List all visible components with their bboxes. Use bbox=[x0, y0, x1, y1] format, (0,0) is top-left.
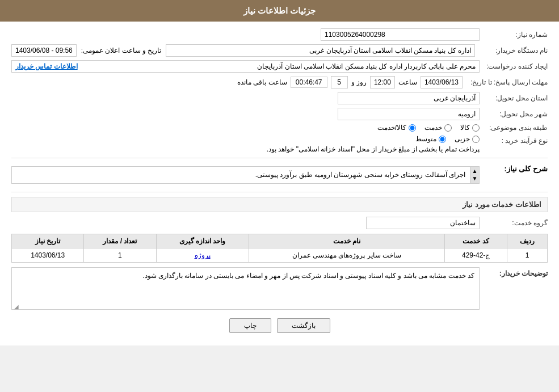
table-head: ردیف کد خدمت نام خدمت واحد اندازه گیری ت… bbox=[12, 234, 548, 248]
table-body: 1 ج-42-429 ساخت سایر پروژه‌های مهندسی عم… bbox=[12, 248, 548, 263]
nov-motavaset-input[interactable] bbox=[439, 136, 446, 143]
gorohe-value: ساختمان bbox=[366, 217, 480, 229]
col-nam: نام خدمت bbox=[249, 234, 445, 248]
col-radif: ردیف bbox=[507, 234, 547, 248]
mohlat-countdown: 00:46:47 bbox=[291, 77, 327, 88]
table-header-row: ردیف کد خدمت نام خدمت واحد اندازه گیری ت… bbox=[12, 234, 548, 248]
col-vahed: واحد اندازه گیری bbox=[156, 234, 249, 248]
page-title: جزئیات اطلاعات نیاز bbox=[243, 6, 316, 15]
cell-radif: 1 bbox=[507, 248, 547, 263]
row-ijad-konande: ایجاد کننده درخواست: محرم علی پاباتی کار… bbox=[11, 60, 548, 73]
row-nov-farayand: نوع فرآیند خرید : جزیی متوسط پرداخت تمام… bbox=[11, 135, 548, 153]
tabaqe-label: طبقه بندی موضوعی: bbox=[480, 124, 548, 132]
ijad-konande-value: محرم علی پاباتی کاربردار اداره کل بنیاد … bbox=[11, 60, 480, 73]
tabaqe-kala-khedmat-label: کالا/خدمت bbox=[377, 124, 406, 132]
khadamat-section-header: اطلاعات خدمات مورد نیاز bbox=[11, 197, 548, 212]
nam-dastgah-label: نام دستگاه خریدار: bbox=[480, 47, 548, 54]
tabaqe-radio-khedmat[interactable]: خدمت bbox=[424, 124, 452, 132]
tosif-content: کد خدمت مشابه می باشد و کلیه اسناد پیوست… bbox=[11, 267, 480, 310]
mohlat-roz-label: روز و bbox=[351, 78, 367, 86]
row-gorohe: گروه خدمت: ساختمان bbox=[11, 217, 548, 229]
tosif-text: کد خدمت مشابه می باشد و کلیه اسناد پیوست… bbox=[142, 272, 474, 280]
nov-farayand-label: نوع فرآیند خرید : bbox=[480, 135, 548, 145]
tabaqe-khedmat-label: خدمت bbox=[424, 124, 442, 132]
bazgasht-button[interactable]: بازگشت bbox=[277, 318, 330, 333]
mohlat-label: مهلت ارسال پاسخ: تا تاریخ: bbox=[466, 78, 548, 86]
row-tarikh-saat: نام دستگاه خریدار: اداره کل بنیاد مسکن ا… bbox=[11, 44, 548, 57]
nov-farayand-note: پرداخت تمام یا بخشی از مبلغ خریدار از مح… bbox=[11, 145, 480, 153]
khadamat-title: اطلاعات خدمات مورد نیاز bbox=[463, 200, 541, 209]
gorohe-label: گروه خدمت: bbox=[480, 219, 548, 227]
ijad-konande-label: ایجاد کننده درخواست: bbox=[480, 62, 548, 70]
tabaqe-radio-kala-input[interactable] bbox=[472, 124, 480, 132]
nov-jozi-input[interactable] bbox=[472, 136, 480, 143]
row-mohlat: مهلت ارسال پاسخ: تا تاریخ: 1403/06/13 سا… bbox=[11, 76, 548, 88]
tabaqe-radio-khedmat-input[interactable] bbox=[444, 124, 452, 132]
services-table: ردیف کد خدمت نام خدمت واحد اندازه گیری ت… bbox=[11, 234, 548, 263]
sharh-box: ▲ ▼ اجرای آسفالت روستای خرابه سنجی شهرست… bbox=[11, 166, 480, 184]
ostan-label: استان محل تحویل: bbox=[480, 94, 548, 102]
ijad-konande-text: محرم علی پاباتی کاربردار اداره کل بنیاد … bbox=[257, 62, 476, 70]
cell-tarikh: 1403/06/13 bbox=[12, 248, 84, 263]
nov-farayand-radio-group: جزیی متوسط bbox=[11, 135, 480, 143]
button-row: بازگشت چاپ bbox=[11, 318, 548, 333]
mohlat-baqi-label: ساعت باقی مانده bbox=[237, 78, 287, 86]
shomare-niaz-label: شماره نیاز: bbox=[480, 31, 548, 39]
ostan-value: آذربایجان غربی bbox=[338, 92, 480, 104]
sharh-scrollbar[interactable]: ▲ ▼ bbox=[470, 167, 479, 183]
tarikh-saat-value: 1403/06/08 - 09:56 bbox=[11, 44, 77, 57]
cell-tedad: 1 bbox=[84, 248, 156, 263]
shahr-value: ارومیه bbox=[338, 108, 480, 120]
ettelaat-tamas-link[interactable]: اطلاعات تماس خریدار bbox=[15, 62, 78, 70]
tabaqe-radio-kala-khedmat[interactable]: کالا/خدمت bbox=[377, 124, 416, 132]
shahr-label: شهر محل تحویل: bbox=[480, 110, 548, 118]
nov-jozi[interactable]: جزیی bbox=[455, 135, 480, 143]
notes-section: توضیحات خریدار: کد خدمت مشابه می باشد و … bbox=[11, 267, 548, 310]
cell-vahed[interactable]: پروژه bbox=[156, 248, 249, 263]
row-shahr: شهر محل تحویل: ارومیه bbox=[11, 108, 548, 120]
mohlat-saat-value: 12:00 bbox=[370, 76, 395, 88]
sharh-label: شرح کلی نیاز: bbox=[480, 163, 548, 173]
mohlat-roz-value: 5 bbox=[331, 76, 348, 88]
nam-dastgah-value: اداره کل بنیاد مسکن انقلاب اسلامی استان … bbox=[166, 44, 475, 57]
chap-button[interactable]: چاپ bbox=[229, 318, 271, 333]
main-content: شماره نیاز: 1103005264000298 نام دستگاه … bbox=[0, 22, 559, 345]
divider1 bbox=[11, 158, 548, 158]
nov-motavaset-label: متوسط bbox=[415, 135, 436, 143]
page-wrapper: جزئیات اطلاعات نیاز شماره نیاز: 11030052… bbox=[0, 0, 559, 345]
row-ostan: استان محل تحویل: آذربایجان غربی bbox=[11, 92, 548, 104]
mohlat-date: 1403/06/13 bbox=[421, 76, 463, 88]
nov-motavaset[interactable]: متوسط bbox=[415, 135, 446, 143]
tabaqe-radio-kala[interactable]: کالا bbox=[460, 124, 480, 132]
tabaqe-radio-group: کالا خدمت کالا/خدمت bbox=[377, 124, 480, 132]
row-shomare-niaz: شماره نیاز: 1103005264000298 bbox=[11, 28, 548, 41]
row-tabaqe: طبقه بندی موضوعی: کالا خدمت کالا/خدمت bbox=[11, 124, 548, 132]
resize-handle[interactable]: ◢ bbox=[13, 302, 19, 308]
cell-nam: ساخت سایر پروژه‌های مهندسی عمران bbox=[249, 248, 445, 263]
col-tarikh: تاریخ نیاز bbox=[12, 234, 84, 248]
nov-jozi-label: جزیی bbox=[455, 135, 470, 143]
shomare-niaz-value: 1103005264000298 bbox=[321, 28, 480, 41]
sharh-text: اجرای آسفالت روستای خرابه سنجی شهرستان ا… bbox=[12, 167, 470, 183]
page-header: جزئیات اطلاعات نیاز bbox=[0, 0, 559, 22]
tabaqe-radio-kala-khedmat-input[interactable] bbox=[409, 124, 416, 132]
nov-farayand-content: جزیی متوسط پرداخت تمام یا بخشی از مبلغ خ… bbox=[11, 135, 480, 153]
tabaqe-kala-label: کالا bbox=[460, 124, 470, 132]
tarikh-saat-label: تاریخ و ساعت اعلان عمومی: bbox=[81, 47, 162, 54]
tosif-label: توضیحات خریدار: bbox=[480, 267, 548, 277]
table-row: 1 ج-42-429 ساخت سایر پروژه‌های مهندسی عم… bbox=[12, 248, 548, 263]
col-tedad: تعداد / مقدار bbox=[84, 234, 156, 248]
col-kod: کد خدمت bbox=[445, 234, 507, 248]
divider2 bbox=[11, 192, 548, 192]
scroll-up-icon[interactable]: ▲ bbox=[472, 168, 478, 174]
scroll-down-icon[interactable]: ▼ bbox=[472, 175, 478, 182]
cell-kod: ج-42-429 bbox=[445, 248, 507, 263]
mohlat-saat-label: ساعت bbox=[398, 78, 417, 86]
row-sharh: شرح کلی نیاز: ▲ ▼ اجرای آسفالت روستای خر… bbox=[11, 163, 548, 187]
